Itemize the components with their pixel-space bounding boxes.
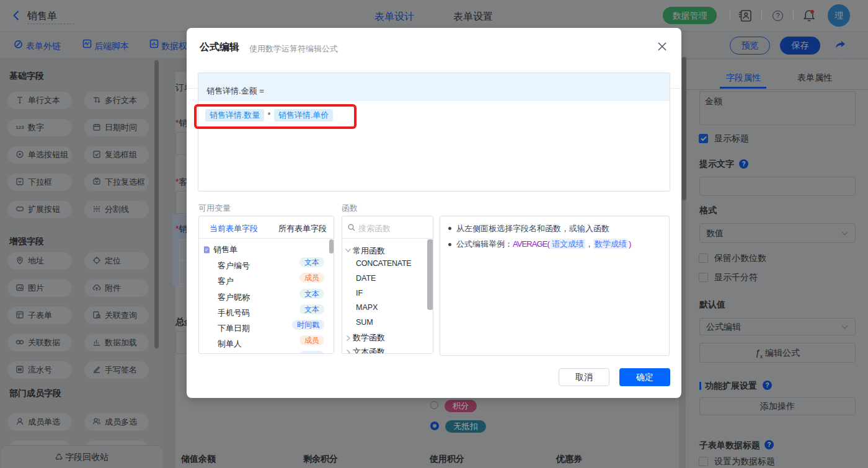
svg-text:123: 123	[16, 125, 24, 130]
